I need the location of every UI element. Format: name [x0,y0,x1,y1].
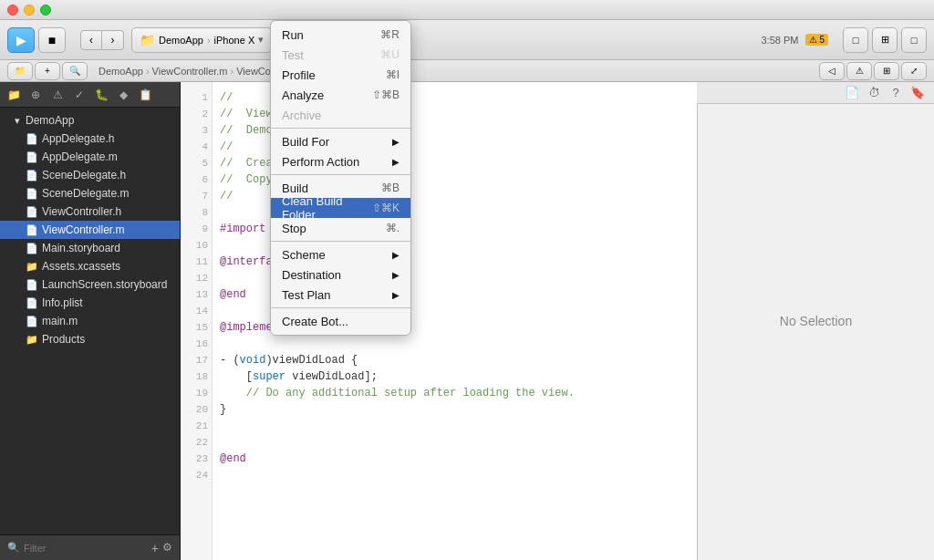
sidebar-footer: 🔍 Filter + ⚙ [0,534,180,560]
run-button[interactable]: ▶ [7,27,35,53]
sidebar-item-demoapp-root[interactable]: ▾ DemoApp [0,111,180,130]
file-icon: 📄 [26,188,38,200]
submenu-arrow-icon: ▶ [392,270,400,280]
maximize-button[interactable] [40,5,51,16]
menu-separator-2 [271,174,410,175]
code-line: // Do any additional setup after loading… [220,385,690,401]
sidebar-report-icon[interactable]: 📋 [135,85,155,105]
menu-item-test-label: Test [282,48,304,62]
inspector-file-icon[interactable]: 📄 [843,84,861,102]
sidebar-item-label: AppDelegate.m [42,150,118,163]
close-button[interactable] [7,5,18,16]
inspector-history-icon[interactable]: ⏱ [865,84,883,102]
menu-item-analyze[interactable]: Analyze ⇧⌘B [271,85,410,105]
sidebar-item-viewcontroller-m[interactable]: 📄 ViewController.m [0,221,180,239]
menu-item-perform-action-label: Perform Action [282,155,359,169]
search-icon-btn[interactable]: 🔍 [62,62,88,80]
sidebar-item-label: Info.plist [42,296,83,309]
breadcrumb-app[interactable]: DemoApp [99,66,143,77]
menu-item-stop-shortcut: ⌘. [386,222,400,234]
code-editor[interactable]: 12345 678910 1112131415 1617181920 21222… [181,82,697,560]
sidebar-item-label: main.m [42,315,78,327]
expand-icon[interactable]: ⤢ [901,62,927,80]
warning-badge[interactable]: ⚠ 5 [805,34,828,46]
stop-button[interactable]: ■ [38,27,66,53]
folder-icon: 📁 [26,261,38,273]
minimize-button[interactable] [24,5,35,16]
sidebar-item-assets[interactable]: 📁 Assets.xcassets [0,257,180,275]
inspector-toggle-button[interactable]: □ [901,27,927,53]
sidebar-source-icon[interactable]: ⊕ [26,85,46,105]
menu-item-profile[interactable]: Profile ⌘I [271,65,410,85]
menu-item-create-bot-label: Create Bot... [282,315,348,328]
folder-icon-btn[interactable]: 📁 [7,62,33,80]
sidebar-warning-icon[interactable]: ⚠ [47,85,67,105]
menu-item-run[interactable]: Run ⌘R [271,25,410,45]
code-line [220,418,690,434]
sidebar-item-appdelegate-h[interactable]: 📄 AppDelegate.h [0,130,180,148]
menu-item-destination[interactable]: Destination ▶ [271,264,410,285]
menu-item-build-label: Build [282,181,308,195]
sidebar-item-label: ViewController.m [42,223,124,236]
file-icon: 📄 [26,133,38,145]
submenu-arrow-icon: ▶ [392,250,400,260]
inspector-quick-help-icon[interactable]: ? [887,84,905,102]
sidebar-item-launch-screen[interactable]: 📄 LaunchScreen.storyboard [0,275,180,294]
menu-item-perform-action[interactable]: Perform Action ▶ [271,151,410,171]
settings-button[interactable]: ⚙ [162,541,172,555]
menu-item-test: Test ⌘U [271,45,410,65]
sidebar-debug-icon[interactable]: 🐛 [91,85,111,105]
menu-item-test-plan[interactable]: Test Plan ▶ [271,285,410,305]
warning-icon: ⚠ [809,35,817,45]
folder-expand-icon: ▾ [15,115,20,127]
secondary-toolbar: 📁 + 🔍 DemoApp › ViewController.m › ViewC… [0,60,934,82]
sidebar-item-viewcontroller-h[interactable]: 📄 ViewController.h [0,202,180,221]
sidebar-item-label: SceneDelegate.m [42,187,129,200]
menu-separator-1 [271,128,410,129]
file-icon: 📄 [26,297,38,309]
sidebar-item-main-storyboard[interactable]: 📄 Main.storyboard [0,239,180,257]
sidebar-item-main-m[interactable]: 📄 main.m [0,312,180,330]
menu-item-create-bot[interactable]: Create Bot... [271,311,410,331]
menu-item-archive: Archive [271,105,410,125]
code-line: - (void)viewDidLoad { [220,352,690,368]
navigator-toggle-button[interactable]: □ [843,27,868,53]
sidebar-item-scenedelegate-m[interactable]: 📄 SceneDelegate.m [0,184,180,202]
nav-back-button[interactable]: ‹ [80,30,102,50]
traffic-lights [0,5,51,16]
menu-separator-3 [271,241,410,242]
breadcrumb-file[interactable]: ViewController.m [152,66,228,77]
menu-item-scheme[interactable]: Scheme ▶ [271,244,410,264]
sidebar-breakpoint-icon[interactable]: ◆ [113,85,133,105]
inspector-bookmark-icon[interactable]: 🔖 [908,84,927,102]
nav-forward-button[interactable]: › [102,30,124,50]
scheme-device-selector[interactable]: 📁 DemoApp › iPhone X ▾ [131,27,272,53]
sidebar-item-products[interactable]: 📁 Products [0,330,180,348]
menu-item-stop[interactable]: Stop ⌘. [271,218,410,238]
file-icon: 📄 [26,243,38,254]
sidebar-item-appdelegate-m[interactable]: 📄 AppDelegate.m [0,148,180,166]
sidebar-item-scenedelegate-h[interactable]: 📄 SceneDelegate.h [0,166,180,184]
menu-item-build-for[interactable]: Build For ▶ [271,131,410,151]
warning-icon-btn[interactable]: ⚠ [846,62,872,80]
main-content: 📁 ⊕ ⚠ ✓ 🐛 ◆ 📋 ▾ DemoApp 📄 AppDelegate.h … [0,82,934,560]
sidebar: 📁 ⊕ ⚠ ✓ 🐛 ◆ 📋 ▾ DemoApp 📄 AppDelegate.h … [0,82,181,560]
file-icon: 📄 [26,316,38,327]
debug-toggle-button[interactable]: ⊞ [872,27,898,53]
sidebar-item-label: LaunchScreen.storyboard [42,278,167,291]
inspector-panel: 📄 ⏱ ? 🔖 No Selection [697,82,934,560]
sidebar-test-icon[interactable]: ✓ [69,85,89,105]
product-menu: Run ⌘R Test ⌘U Profile ⌘I Analyze ⇧⌘B Ar… [270,20,411,336]
add-icon-btn[interactable]: + [35,62,60,80]
menu-item-run-label: Run [282,28,304,42]
file-icon: 📄 [26,170,38,181]
time-display: 3:58 PM [761,35,798,46]
sidebar-item-info-plist[interactable]: 📄 Info.plist [0,294,180,312]
file-tree: ▾ DemoApp 📄 AppDelegate.h 📄 AppDelegate.… [0,108,180,534]
left-panel-icon[interactable]: ◁ [819,62,845,80]
menu-item-clean-build-folder[interactable]: Clean Build Folder ⇧⌘K [271,198,410,218]
menu-item-destination-label: Destination [282,268,341,282]
grid-icon[interactable]: ⊞ [874,62,899,80]
sidebar-folder-icon[interactable]: 📁 [4,85,24,105]
add-file-button[interactable]: + [151,541,159,555]
